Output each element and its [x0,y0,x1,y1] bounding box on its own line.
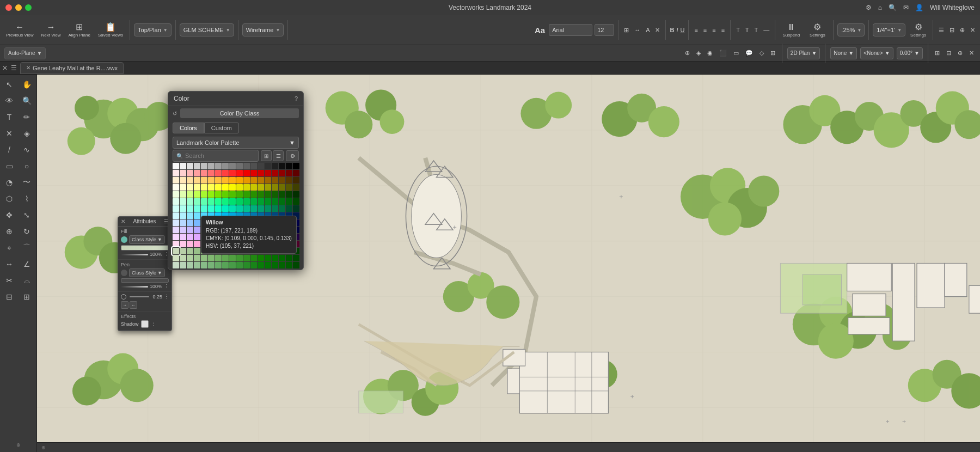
search-icon[interactable]: 🔍 [889,4,897,11]
color-cell[interactable] [272,262,278,268]
color-cell[interactable] [279,234,285,240]
extra-icon-4[interactable]: ✕ [969,26,977,34]
fillet-tool[interactable]: ⌒ [19,240,35,255]
color-cell[interactable] [258,262,264,268]
color-cell[interactable] [173,198,179,205]
color-cell[interactable] [279,205,285,212]
color-cell[interactable] [180,177,186,184]
color-cell[interactable] [201,227,207,233]
extra-icon-2[interactable]: ⊟ [948,26,956,34]
color-cell[interactable] [250,205,257,212]
color-cell[interactable] [194,255,200,261]
color-cell[interactable] [187,248,193,254]
color-cell[interactable] [250,212,257,219]
color-cell[interactable] [265,248,271,254]
color-cell[interactable] [215,170,222,176]
color-cell[interactable] [180,198,186,205]
color-cell[interactable] [215,234,222,240]
format-icon-2[interactable]: T [744,26,751,34]
color-cell[interactable] [293,170,299,176]
color-cell[interactable] [258,177,264,184]
color-cell[interactable] [194,241,200,247]
spacing-icon[interactable]: ↔ [633,26,642,34]
color-cell[interactable] [286,262,292,268]
settings-icon[interactable]: ⚙ [866,4,872,11]
selection-tool[interactable]: ↖ [1,77,17,92]
color-cell[interactable] [173,255,179,261]
color-cell[interactable] [250,255,257,261]
pencil-tool[interactable]: ✏ [19,109,35,125]
color-cell[interactable] [173,205,179,212]
color-cell[interactable] [173,227,179,233]
color-cell[interactable] [215,191,222,198]
color-cell[interactable] [258,255,264,261]
color-cell[interactable] [250,177,257,184]
color-cell[interactable] [201,241,207,247]
color-cell[interactable] [250,191,257,198]
color-cell[interactable] [215,262,222,268]
text-color-icon[interactable]: A [644,26,651,34]
color-cell[interactable] [236,198,243,205]
color-cell[interactable] [243,163,250,169]
color-cell[interactable] [180,205,186,212]
align-left-icon[interactable]: ≡ [693,26,699,34]
color-cell[interactable] [272,255,278,261]
color-cell[interactable] [229,255,236,261]
snap-icon-2[interactable]: ◈ [695,49,702,57]
color-cell[interactable] [208,205,215,212]
color-cell[interactable] [279,248,285,254]
color-cell[interactable] [194,262,200,268]
pen-style-bar[interactable] [121,278,169,283]
color-cell[interactable] [173,212,179,219]
color-cell[interactable] [265,163,271,169]
color-cell[interactable] [201,191,207,198]
font-aa-button[interactable]: Aa [533,25,547,35]
color-cell[interactable] [180,234,186,240]
color-cell[interactable] [243,248,250,254]
color-cell[interactable] [265,212,271,219]
color-cell[interactable] [208,198,215,205]
render-mode-dropdown[interactable]: Wireframe ▼ [242,23,284,36]
color-cell[interactable] [243,191,250,198]
color-cell[interactable] [250,219,257,226]
color-cell[interactable] [222,170,229,176]
color-cell[interactable] [293,241,299,247]
color-cell[interactable] [236,205,243,212]
color-cell[interactable] [187,177,193,184]
color-cell[interactable] [250,234,257,240]
color-cell[interactable] [279,198,285,205]
color-cell[interactable] [215,177,222,184]
shadow-color-swatch[interactable] [141,320,149,328]
color-cell[interactable] [293,255,299,261]
color-cell[interactable] [243,177,250,184]
color-cell[interactable] [272,227,278,233]
color-cell[interactable] [279,184,285,191]
color-cell[interactable] [180,163,186,169]
color-cell[interactable] [180,255,186,261]
color-cell[interactable] [236,227,243,233]
font-family-input[interactable]: Arial [549,24,592,36]
close-button[interactable] [5,4,12,11]
color-cell[interactable] [180,184,186,191]
color-cell[interactable] [229,234,236,240]
color-cell[interactable] [243,205,250,212]
color-cell[interactable] [272,177,278,184]
font-size-input[interactable]: 12 [595,24,614,36]
color-cell[interactable] [187,184,193,191]
color-cell[interactable] [222,241,229,247]
color-cell[interactable] [236,241,243,247]
move-tool[interactable]: ✥ [1,207,17,223]
align-center-icon[interactable]: ≡ [702,26,708,34]
color-cell[interactable] [229,262,236,268]
color-cell[interactable] [215,248,222,254]
color-cell[interactable] [250,198,257,205]
color-cell[interactable] [293,262,299,268]
color-cell[interactable] [215,198,222,205]
color-cell[interactable] [173,248,179,254]
angle-dropdown[interactable]: 0.00° ▼ [897,47,923,59]
snap-icon-7[interactable]: ◇ [758,49,765,57]
color-cell[interactable] [194,170,200,176]
snapping1-dropdown[interactable]: None ▼ [830,47,857,59]
color-cell[interactable] [208,170,215,176]
view-toggle-4[interactable]: ✕ [967,49,976,57]
